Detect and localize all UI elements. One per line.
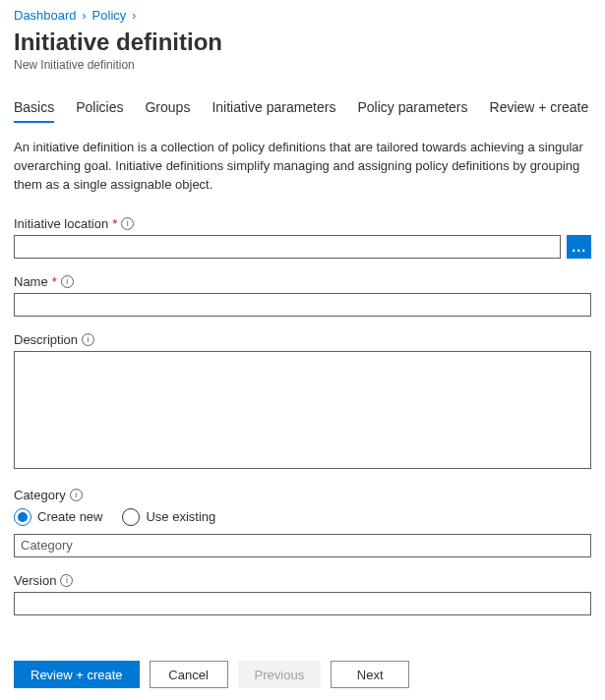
name-input[interactable] [14,293,591,317]
tab-policy-parameters[interactable]: Policy parameters [357,99,467,121]
tab-basics[interactable]: Basics [14,99,54,121]
info-icon[interactable]: i [60,574,73,587]
category-input[interactable] [14,534,591,557]
initiative-location-input[interactable] [14,235,561,259]
description-textarea[interactable] [14,351,591,469]
field-description: Description i [14,332,591,472]
radio-use-existing[interactable]: Use existing [122,508,215,526]
ellipsis-icon: ... [572,240,586,254]
breadcrumb: Dashboard › Policy › [14,8,591,23]
page-subtitle: New Initiative definition [14,58,591,72]
page-title: Initiative definition [14,29,591,56]
version-input[interactable] [14,592,591,615]
required-asterisk-icon: * [112,216,117,231]
tab-bar: Basics Policies Groups Initiative parame… [14,99,591,121]
footer-actions: Review + create Cancel Previous Next [0,649,605,700]
tab-initiative-parameters[interactable]: Initiative parameters [212,99,335,121]
radio-label-use-existing: Use existing [146,509,215,524]
radio-icon [122,508,140,526]
radio-icon [14,508,31,526]
required-asterisk-icon: * [52,274,57,289]
tab-policies[interactable]: Policies [76,99,123,121]
breadcrumb-dashboard[interactable]: Dashboard [14,8,77,23]
next-button[interactable]: Next [331,661,409,688]
radio-label-create-new: Create new [37,509,102,524]
label-version: Version [14,573,56,588]
info-icon[interactable]: i [121,217,134,230]
field-category: Category i Create new Use existing [14,488,591,557]
label-description: Description [14,332,78,347]
field-name: Name * i [14,274,591,317]
radio-create-new[interactable]: Create new [14,508,102,526]
intro-text: An initiative definition is a collection… [14,139,589,195]
label-category: Category [14,488,66,502]
label-name: Name [14,274,48,289]
cancel-button[interactable]: Cancel [150,661,228,688]
label-initiative-location: Initiative location [14,216,108,231]
field-version: Version i [14,573,591,615]
breadcrumb-policy[interactable]: Policy [92,8,127,23]
field-initiative-location: Initiative location * i ... [14,216,591,259]
browse-location-button[interactable]: ... [567,235,591,259]
tab-review-create[interactable]: Review + create [490,99,589,121]
review-create-button[interactable]: Review + create [14,661,140,688]
info-icon[interactable]: i [82,333,94,346]
tab-groups[interactable]: Groups [145,99,190,121]
previous-button: Previous [238,661,322,688]
chevron-right-icon: › [83,9,87,23]
info-icon[interactable]: i [70,489,83,501]
info-icon[interactable]: i [61,275,74,288]
chevron-right-icon: › [132,9,136,23]
